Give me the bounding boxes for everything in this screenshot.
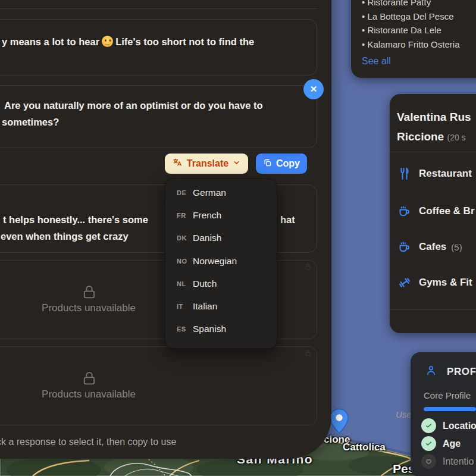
- language-option-dutch[interactable]: NL Dutch: [165, 273, 277, 295]
- response-text-line: even when things get crazy: [1, 228, 129, 245]
- translate-button[interactable]: Translate: [165, 154, 248, 174]
- response-text: Are you naturally more of an optimist or…: [4, 97, 263, 130]
- copy-icon: [263, 158, 272, 170]
- app-root: San Marino cione Cattolica Pesa Ristoran…: [0, 0, 476, 476]
- chevron-down-icon: [233, 158, 240, 169]
- lock-icon: [304, 349, 312, 359]
- footer-hint-text: ck a response to select it, then copy to…: [0, 437, 176, 447]
- language-name: Danish: [193, 233, 221, 243]
- close-icon: ✕: [310, 84, 318, 95]
- lock-icon: [81, 284, 98, 303]
- translate-button-label: Translate: [187, 158, 228, 169]
- language-name: Norwegian: [193, 256, 237, 267]
- close-button[interactable]: ✕: [303, 79, 324, 99]
- products-unavailable-label: Products unavailable: [17, 389, 160, 400]
- products-unavailable-label: Products unavailable: [17, 302, 160, 314]
- language-option-danish[interactable]: DK Danish: [165, 227, 277, 249]
- response-text-fragment: t helps honestly... there's some: [3, 211, 148, 228]
- language-code: NL: [177, 280, 193, 287]
- language-name: Spanish: [193, 324, 226, 334]
- language-code: ES: [177, 325, 193, 333]
- response-text-fragment: y means a lot to hear: [2, 36, 99, 47]
- products-unavailable-box: Products unavailable: [0, 346, 317, 425]
- language-name: German: [193, 187, 226, 198]
- language-option-french[interactable]: FR French: [165, 204, 277, 227]
- copy-button[interactable]: Copy: [256, 154, 307, 174]
- response-card[interactable]: Are you naturally more of an optimist or…: [0, 85, 317, 148]
- language-dropdown-menu: DE German FR French DK Danish NO Norwegi…: [165, 178, 277, 349]
- responses-panel-content: y means a lot to hearLife's too short no…: [0, 0, 476, 476]
- response-text-fragment: Life's too short not to find the: [115, 36, 254, 47]
- response-text-fragment: hat: [280, 211, 295, 228]
- language-option-norwegian[interactable]: NO Norwegian: [165, 250, 277, 273]
- response-text: y means a lot to hearLife's too short no…: [2, 33, 254, 50]
- language-name: Italian: [193, 301, 217, 312]
- language-code: DK: [177, 234, 193, 242]
- copy-button-label: Copy: [276, 158, 300, 169]
- language-name: Dutch: [193, 278, 217, 289]
- response-text-line: Are you naturally more of an optimist or…: [4, 97, 263, 114]
- smiling-face-emoji: [102, 36, 113, 47]
- language-code: IT: [177, 303, 193, 310]
- language-code: NO: [177, 258, 193, 265]
- language-code: FR: [177, 212, 193, 219]
- language-option-german[interactable]: DE German: [165, 181, 277, 204]
- language-code: DE: [177, 189, 193, 196]
- divider: [0, 8, 317, 9]
- language-option-italian[interactable]: IT Italian: [165, 295, 277, 318]
- response-card[interactable]: y means a lot to hearLife's too short no…: [0, 19, 317, 76]
- response-text-line: sometimes?: [2, 114, 263, 130]
- lock-icon: [304, 262, 312, 273]
- lock-icon: [81, 370, 98, 389]
- language-name: French: [193, 210, 221, 221]
- translate-icon: [173, 158, 183, 170]
- language-option-spanish[interactable]: ES Spanish: [165, 318, 277, 340]
